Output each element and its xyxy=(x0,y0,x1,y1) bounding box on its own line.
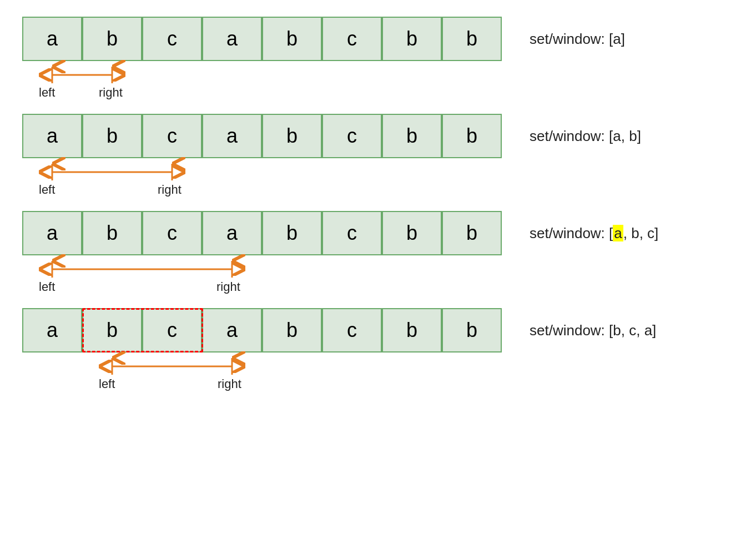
pointer-area-2: left right xyxy=(22,158,502,197)
cell-3-5: c xyxy=(322,211,382,255)
cell-3-2: c xyxy=(142,211,202,255)
section-4: a b c a b c b b set/window: [b, c, a] xyxy=(22,308,734,397)
cell-2-1: b xyxy=(82,114,142,158)
cell-4-4: b xyxy=(262,308,322,352)
left-label-2: left xyxy=(39,183,55,197)
pointer-area-3: left right xyxy=(22,255,502,294)
pointer-area-4: left right xyxy=(22,352,502,391)
section-2: a b c a b c b b set/window: [a, b] xyxy=(22,114,734,203)
pointer-svg-4 xyxy=(22,352,502,391)
section-3: a b c a b c b b set/window: [a, b, c] xyxy=(22,211,734,300)
cell-3-6: b xyxy=(382,211,442,255)
cell-4-3: a xyxy=(202,308,262,352)
cell-3-7: b xyxy=(442,211,502,255)
pointer-svg-2 xyxy=(22,158,502,197)
cell-4-0: a xyxy=(22,308,82,352)
cell-2-6: b xyxy=(382,114,442,158)
right-label-4: right xyxy=(218,377,241,391)
array-row-2: a b c a b c b b set/window: [a, b] xyxy=(22,114,734,158)
array-row-1: a b c a b c b b set/window: [a] xyxy=(22,17,734,61)
cell-3-0: a xyxy=(22,211,82,255)
cell-2-2: c xyxy=(142,114,202,158)
left-label-1: left xyxy=(39,85,55,100)
cell-2-3: a xyxy=(202,114,262,158)
array-row-3: a b c a b c b b set/window: [a, b, c] xyxy=(22,211,734,255)
right-label-3: right xyxy=(216,280,240,294)
cell-2-0: a xyxy=(22,114,82,158)
set-label-4: set/window: [b, c, a] xyxy=(530,322,656,339)
array-cells-1: a b c a b c b b xyxy=(22,17,502,61)
cell-4-6: b xyxy=(382,308,442,352)
cell-4-2: c xyxy=(142,308,202,352)
cell-1-3: a xyxy=(202,17,262,61)
section-1: a b c a b c b b set/window: [a] xyxy=(22,17,734,105)
left-label-3: left xyxy=(39,280,55,294)
cell-1-0: a xyxy=(22,17,82,61)
pointer-svg-3 xyxy=(22,255,502,294)
cell-1-7: b xyxy=(442,17,502,61)
cell-3-4: b xyxy=(262,211,322,255)
pointer-area-1: left right xyxy=(22,61,502,100)
array-cells-4: a b c a b c b b xyxy=(22,308,502,352)
array-cells-3: a b c a b c b b xyxy=(22,211,502,255)
cell-4-1: b xyxy=(82,308,142,352)
set-label-3: set/window: [a, b, c] xyxy=(530,225,658,242)
cell-1-1: b xyxy=(82,17,142,61)
cell-3-1: b xyxy=(82,211,142,255)
array-cells-2: a b c a b c b b xyxy=(22,114,502,158)
cell-2-7: b xyxy=(442,114,502,158)
highlighted-a: a xyxy=(613,225,623,241)
set-label-1: set/window: [a] xyxy=(530,31,625,48)
right-label-2: right xyxy=(158,183,182,197)
cell-1-2: c xyxy=(142,17,202,61)
cell-1-5: c xyxy=(322,17,382,61)
array-wrapper-4: a b c a b c b b xyxy=(22,308,502,352)
cell-1-6: b xyxy=(382,17,442,61)
cell-2-4: b xyxy=(262,114,322,158)
right-label-1: right xyxy=(99,85,123,100)
main-container: a b c a b c b b set/window: [a] xyxy=(0,0,756,422)
array-row-4: a b c a b c b b set/window: [b, c, a] xyxy=(22,308,734,352)
set-label-2: set/window: [a, b] xyxy=(530,128,641,145)
cell-4-7: b xyxy=(442,308,502,352)
cell-1-4: b xyxy=(262,17,322,61)
cell-2-5: c xyxy=(322,114,382,158)
cell-3-3: a xyxy=(202,211,262,255)
left-label-4: left xyxy=(99,377,115,391)
cell-4-5: c xyxy=(322,308,382,352)
pointer-svg-1 xyxy=(22,61,502,100)
